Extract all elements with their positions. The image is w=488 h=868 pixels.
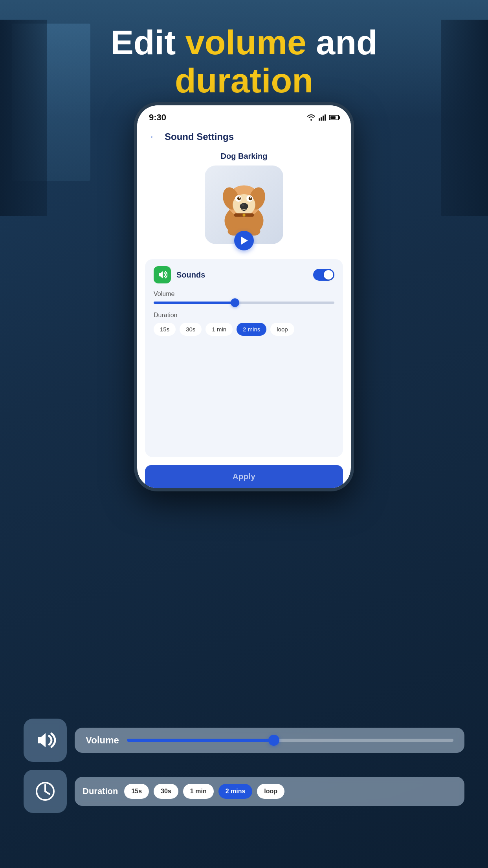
bottom-dur-btn-30s[interactable]: 30s <box>154 784 178 799</box>
sound-name: Dog Barking <box>221 152 268 161</box>
back-arrow-icon: ← <box>149 132 158 142</box>
svg-rect-2 <box>323 116 324 121</box>
speaker-icon <box>157 270 167 280</box>
duration-bottom-row: Duration 15s 30s 1 min 2 mins loop <box>24 770 464 813</box>
duration-btn-1min[interactable]: 1 min <box>205 323 233 336</box>
duration-btn-loop[interactable]: loop <box>270 323 294 336</box>
volume-up-button[interactable] <box>134 160 135 184</box>
duration-btn-15s[interactable]: 15s <box>154 323 176 336</box>
volume-slider[interactable] <box>154 302 334 304</box>
duration-bottom-panel: Duration 15s 30s 1 min 2 mins loop <box>75 777 464 806</box>
header-line2: duration <box>175 61 313 100</box>
bottom-dur-btn-1min[interactable]: 1 min <box>183 784 214 799</box>
sound-image-wrap <box>205 166 283 244</box>
svg-point-16 <box>242 204 244 206</box>
slider-thumb[interactable] <box>231 298 239 307</box>
settings-panel: Sounds Volume Duration 15s 30s 1 min 2 m… <box>145 259 343 457</box>
signal-icon <box>319 114 326 121</box>
header-highlight: volume <box>185 23 306 62</box>
svg-point-14 <box>250 197 251 199</box>
duration-btn-30s[interactable]: 30s <box>180 323 202 336</box>
back-button[interactable]: ← <box>147 130 161 144</box>
duration-row: 15s 30s 1 min 2 mins loop <box>154 323 334 336</box>
speaker-bottom-icon <box>35 730 56 751</box>
svg-point-13 <box>239 197 240 199</box>
duration-btn-2mins[interactable]: 2 mins <box>237 323 266 336</box>
volume-bottom-thumb[interactable] <box>268 735 279 746</box>
sounds-row: Sounds <box>154 266 334 283</box>
status-time: 9:30 <box>149 112 166 123</box>
volume-bottom-label: Volume <box>86 735 119 746</box>
slider-fill <box>154 302 235 304</box>
volume-down-button[interactable] <box>134 192 135 215</box>
clock-icon <box>35 781 56 802</box>
bottom-controls: Volume Duration 15s 30s 1 min 2 mins loo… <box>0 719 488 813</box>
volume-bottom-fill <box>127 739 274 742</box>
wifi-icon <box>307 114 316 121</box>
slider-track <box>154 302 334 304</box>
power-button[interactable] <box>353 176 354 215</box>
svg-rect-0 <box>319 118 320 121</box>
sound-card: Dog Barking <box>137 146 351 248</box>
phone-frame: 9:30 <box>134 102 354 491</box>
app-header: ← Sound Settings <box>137 126 351 146</box>
apply-button[interactable]: Apply <box>145 465 343 488</box>
dog-image <box>209 169 279 240</box>
volume-label: Volume <box>154 291 334 298</box>
header-section: Edit volume and duration <box>0 24 488 100</box>
bottom-dur-btn-loop[interactable]: loop <box>257 784 284 799</box>
svg-point-15 <box>240 203 248 210</box>
svg-rect-1 <box>321 117 322 121</box>
volume-bottom-slider[interactable] <box>127 739 453 742</box>
svg-point-18 <box>242 214 245 217</box>
bottom-dur-btn-2mins[interactable]: 2 mins <box>218 784 253 799</box>
duration-bottom-label: Duration <box>83 786 118 796</box>
play-button[interactable] <box>234 231 254 250</box>
battery-icon <box>329 115 339 120</box>
header-title: Edit volume and duration <box>0 24 488 100</box>
phone-screen: 9:30 <box>137 105 351 488</box>
duration-icon-button[interactable] <box>24 770 67 813</box>
header-prefix: Edit <box>110 23 185 62</box>
sounds-toggle[interactable] <box>313 269 334 281</box>
header-suffix: and <box>306 23 378 62</box>
status-bar: 9:30 <box>137 105 351 126</box>
svg-line-23 <box>45 791 50 794</box>
svg-rect-3 <box>325 114 326 121</box>
page-title: Sound Settings <box>165 131 234 142</box>
sounds-icon-wrap <box>154 266 171 283</box>
bottom-dur-btn-15s[interactable]: 15s <box>124 784 149 799</box>
play-icon <box>241 237 248 245</box>
toggle-knob <box>324 270 333 280</box>
status-icons <box>307 114 339 121</box>
volume-slider-panel: Volume <box>75 728 464 753</box>
duration-label: Duration <box>154 312 334 319</box>
sounds-label: Sounds <box>176 270 313 280</box>
volume-bottom-row: Volume <box>24 719 464 762</box>
volume-icon-button[interactable] <box>24 719 67 762</box>
